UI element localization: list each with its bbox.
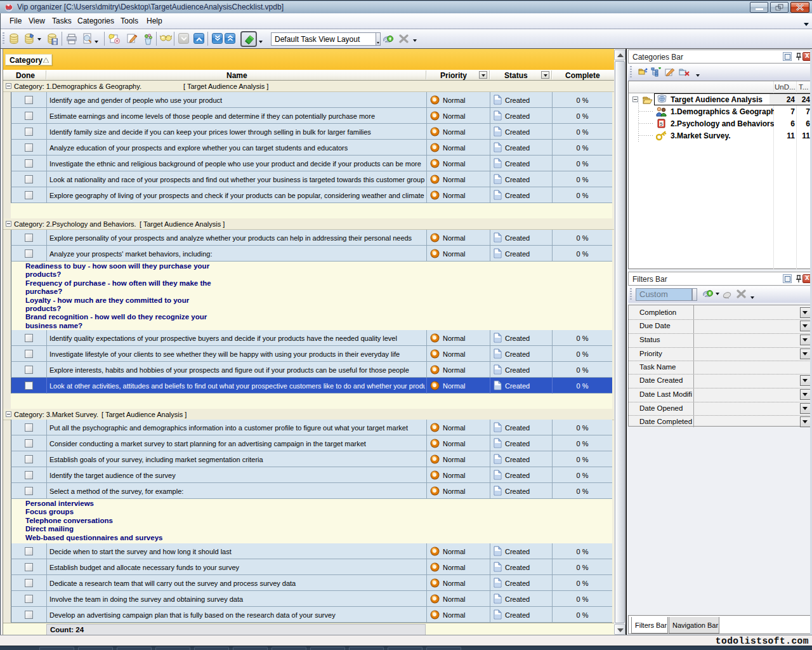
svg-text:5: 5 [660,121,663,127]
